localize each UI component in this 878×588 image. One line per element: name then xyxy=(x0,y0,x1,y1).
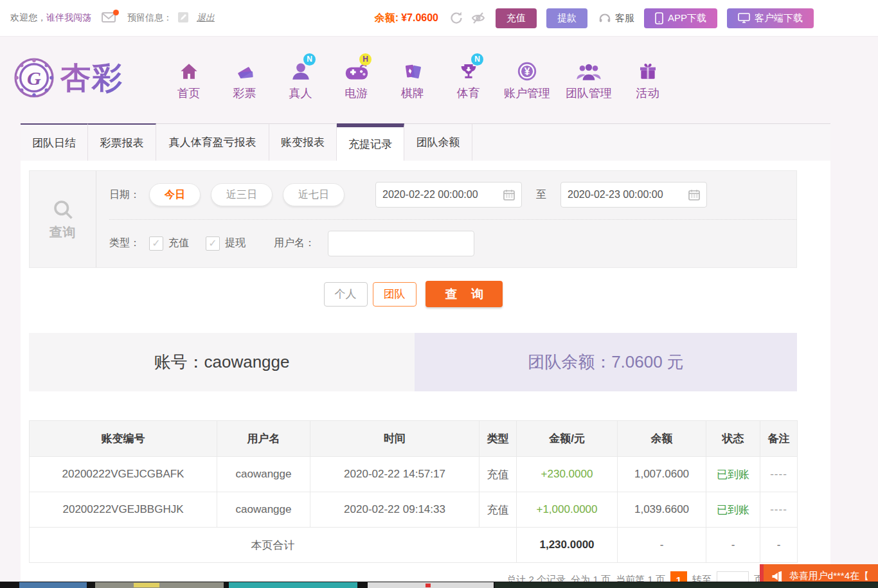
site-logo[interactable]: G 杏彩 xyxy=(13,57,123,99)
date-to-label: 至 xyxy=(536,188,546,202)
cell-username: caowangge xyxy=(217,492,310,528)
monitor-icon xyxy=(738,13,750,24)
search-side-label: 查询 xyxy=(30,171,96,267)
customer-service[interactable]: 客服 xyxy=(598,11,634,25)
withdraw-checkbox[interactable]: ✓ xyxy=(206,236,220,251)
total-amount: 1,230.0000 xyxy=(517,528,618,563)
account-summary-bar: 账号：caowangge 团队余额：7.0600 元 xyxy=(29,333,797,391)
cell-status: 已到账 xyxy=(706,457,760,492)
team-balance: 团队余额：7.0600 元 xyxy=(415,333,797,391)
withdraw-checkbox-label[interactable]: 提现 xyxy=(225,236,246,250)
cell-note: ---- xyxy=(760,457,798,492)
refresh-icon[interactable] xyxy=(449,10,464,26)
topbar: 欢迎您，谁伴我闯荡 预留信息： 退出 余额: ¥7.0600 充值 提款 客服 … xyxy=(0,0,878,37)
tab-content: 查询 日期： 今日 近三日 近七日 2020-02-22 00:00:00 至 … xyxy=(21,161,830,588)
balance: 余额: ¥7.0600 xyxy=(375,12,438,25)
team-button[interactable]: 团队 xyxy=(373,282,417,307)
col-amount: 金额/元 xyxy=(517,421,618,457)
calendar-icon xyxy=(503,189,515,200)
tab-account-change[interactable]: 账变报表 xyxy=(269,123,337,161)
taskbar-window-thumbnail[interactable] xyxy=(368,582,494,588)
personal-button[interactable]: 个人 xyxy=(324,282,368,307)
date-filter-row: 日期： 今日 近三日 近七日 2020-02-22 00:00:00 至 202… xyxy=(109,171,796,219)
nav-badge-hot: H xyxy=(359,53,372,66)
taskbar-window-thumbnail[interactable] xyxy=(19,582,87,588)
app-download-label: APP下载 xyxy=(668,12,706,24)
taskbar-area xyxy=(495,582,878,588)
col-type: 类型 xyxy=(479,421,517,457)
total-balance: - xyxy=(618,528,706,563)
brand-name: 杏彩 xyxy=(60,58,123,98)
date-to-value: 2020-02-23 00:00:00 xyxy=(568,189,663,200)
deposit-checkbox-label[interactable]: 充值 xyxy=(168,236,189,250)
type-label: 类型： xyxy=(109,236,140,250)
nav-item-home[interactable]: 首页 xyxy=(161,55,217,101)
tab-lottery-report[interactable]: 彩票报表 xyxy=(88,123,156,161)
phone-icon xyxy=(655,12,663,24)
date-to-input[interactable]: 2020-02-23 00:00:00 xyxy=(560,182,707,208)
balance-value: ¥7.0600 xyxy=(401,12,438,24)
cell-change-id: 20200222VGEJCGBAFK xyxy=(30,457,217,492)
records-table: 账变编号 用户名 时间 类型 金额/元 余额 状态 备注 20200222VGE… xyxy=(29,420,798,563)
query-button[interactable]: 查 询 xyxy=(426,281,503,307)
nav-badge-new: N xyxy=(471,53,483,66)
col-status: 状态 xyxy=(706,421,760,457)
nav-item-live[interactable]: N 真人 xyxy=(273,55,328,101)
os-taskbar[interactable] xyxy=(0,582,878,588)
col-time: 时间 xyxy=(310,421,479,457)
cell-note: ---- xyxy=(760,492,798,528)
team-icon xyxy=(576,62,602,82)
mail-icon[interactable] xyxy=(102,12,116,24)
tab-live-sports-pl[interactable]: 真人体育盈亏报表 xyxy=(156,123,269,161)
col-change-id: 账变编号 xyxy=(30,421,217,457)
total-label: 本页合计 xyxy=(30,528,517,563)
table-row: 20200222VGEJBBGHJK caowangge 2020-02-22 … xyxy=(30,492,798,528)
date-from-input[interactable]: 2020-02-22 00:00:00 xyxy=(375,182,522,208)
app-download-button[interactable]: APP下载 xyxy=(644,8,717,28)
megaphone-icon xyxy=(771,570,784,583)
table-header-row: 账变编号 用户名 时间 类型 金额/元 余额 状态 备注 xyxy=(30,421,798,457)
tab-team-daily[interactable]: 团队日结 xyxy=(21,123,88,161)
coin-icon: ¥ xyxy=(516,60,538,82)
col-balance: 余额 xyxy=(618,421,706,457)
report-tabbar: 团队日结 彩票报表 真人体育盈亏报表 账变报表 充提记录 团队余额 xyxy=(21,123,830,161)
deposit-checkbox[interactable]: ✓ xyxy=(149,236,163,251)
balance-label: 余额: xyxy=(375,12,399,25)
nav-item-boardgames[interactable]: 棋牌 xyxy=(384,55,440,101)
preset-today[interactable]: 今日 xyxy=(149,183,201,206)
username-input[interactable] xyxy=(328,231,474,256)
taskbar-window-thumbnail[interactable] xyxy=(229,582,357,588)
nav-item-account[interactable]: ¥ 账户管理 xyxy=(496,55,558,101)
cards-icon xyxy=(402,62,423,82)
logout-link[interactable]: 退出 xyxy=(197,12,215,24)
table-total-row: 本页合计 1,230.0000 - - - xyxy=(30,528,798,563)
cell-type: 充值 xyxy=(479,492,517,528)
search-caption: 查询 xyxy=(49,224,76,241)
total-note: - xyxy=(760,528,798,563)
tab-team-balance[interactable]: 团队余额 xyxy=(404,123,472,161)
cell-time: 2020-02-22 09:14:33 xyxy=(310,492,479,528)
nav-item-activity[interactable]: 活动 xyxy=(620,55,676,101)
preset-last-3-days[interactable]: 近三日 xyxy=(211,183,273,206)
edit-icon[interactable] xyxy=(177,12,189,25)
cell-amount: +230.0000 xyxy=(517,457,618,492)
tab-deposit-withdraw-records[interactable]: 充提记录 xyxy=(337,123,404,161)
nav-item-team[interactable]: 团队管理 xyxy=(558,55,620,101)
col-note: 备注 xyxy=(760,421,798,457)
preset-last-7-days[interactable]: 近七日 xyxy=(283,183,345,206)
date-from-value: 2020-02-22 00:00:00 xyxy=(382,189,478,200)
deposit-button[interactable]: 充值 xyxy=(496,8,537,28)
cell-username: caowangge xyxy=(217,457,310,492)
client-download-button[interactable]: 客户端下载 xyxy=(727,8,814,28)
col-username: 用户名 xyxy=(217,421,310,457)
withdraw-button[interactable]: 提款 xyxy=(546,8,587,28)
nav-item-egames[interactable]: H 电游 xyxy=(328,55,384,101)
nav-item-lottery[interactable]: 彩票 xyxy=(217,55,273,101)
svg-text:G: G xyxy=(27,67,41,89)
nav-item-sports[interactable]: N 体育 xyxy=(440,55,496,101)
eye-off-icon[interactable] xyxy=(470,10,486,26)
reserved-info-label: 预留信息： xyxy=(127,12,172,24)
cell-type: 充值 xyxy=(479,457,517,492)
taskbar-window-thumbnail[interactable] xyxy=(95,582,224,588)
service-label: 客服 xyxy=(615,12,634,24)
